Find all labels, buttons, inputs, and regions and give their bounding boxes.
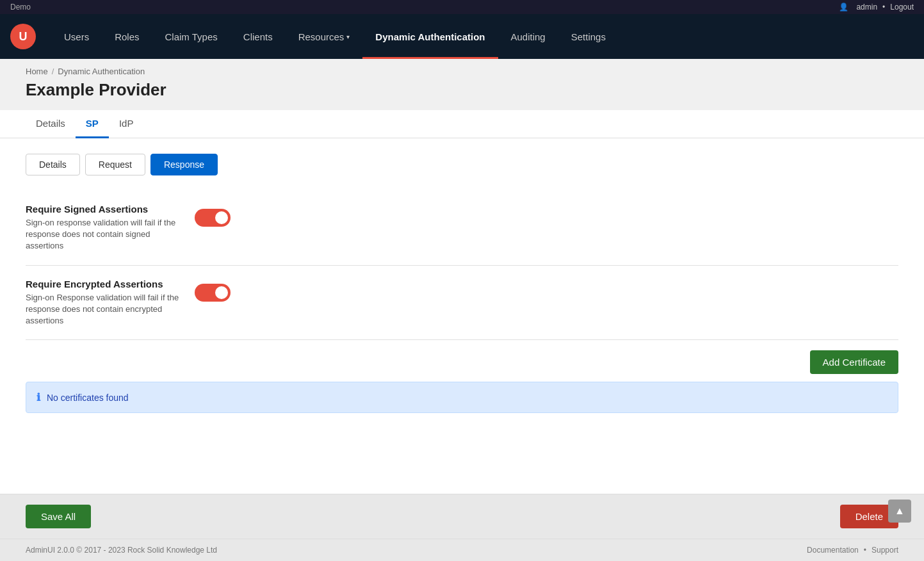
documentation-link[interactable]: Documentation <box>807 546 859 555</box>
breadcrumb-sep: / <box>52 67 54 76</box>
nav-item-dynamic-auth[interactable]: Dynamic Authentication <box>362 14 498 59</box>
add-certificate-button[interactable]: Add Certificate <box>810 350 898 374</box>
admin-icon: 👤 <box>839 3 848 12</box>
breadcrumb-home[interactable]: Home <box>26 67 48 76</box>
navbar: U Users Roles Claim Types Clients Resour… <box>0 14 924 59</box>
top-bar: Demo 👤 admin • Logout <box>0 0 924 14</box>
nav-item-users[interactable]: Users <box>51 14 102 59</box>
inner-tab-response[interactable]: Response <box>150 154 218 175</box>
scroll-top-button[interactable]: ▲ <box>888 500 911 523</box>
breadcrumb-current: Dynamic Authentication <box>58 67 145 76</box>
no-certs-message: No certificates found <box>47 393 129 403</box>
info-icon: ℹ <box>36 391 40 403</box>
page-footer: AdminUI 2.0.0 © 2017 - 2023 Rock Solid K… <box>0 539 924 561</box>
demo-label: Demo <box>10 3 31 12</box>
require-encrypted-row: Require Encrypted Assertions Sign-on Res… <box>26 266 898 341</box>
require-signed-row: Require Signed Assertions Sign-on respon… <box>26 191 898 266</box>
footer-copyright: AdminUI 2.0.0 © 2017 - 2023 Rock Solid K… <box>26 546 217 555</box>
main-content: Details Request Response Require Signed … <box>0 138 924 494</box>
top-bar-right: 👤 admin • Logout <box>839 3 914 12</box>
admin-label: admin <box>856 3 877 12</box>
outer-tabs: Details SP IdP <box>0 110 924 138</box>
no-certs-alert: ℹ No certificates found <box>26 382 898 413</box>
add-cert-row: Add Certificate <box>26 350 898 374</box>
save-all-button[interactable]: Save All <box>26 505 91 528</box>
nav-item-auditing[interactable]: Auditing <box>498 14 558 59</box>
require-signed-title: Require Signed Assertions <box>26 204 179 215</box>
separator: • <box>882 3 885 12</box>
logout-link[interactable]: Logout <box>890 3 914 12</box>
nav-item-claim-types[interactable]: Claim Types <box>152 14 231 59</box>
require-signed-desc: Sign-on response validation will fail if… <box>26 217 179 252</box>
nav-item-settings[interactable]: Settings <box>558 14 619 59</box>
outer-tab-details[interactable]: Details <box>26 110 76 138</box>
resources-dropdown-arrow: ▾ <box>346 33 350 40</box>
require-encrypted-toggle[interactable]: ✕ <box>195 284 231 302</box>
require-encrypted-info: Require Encrypted Assertions Sign-on Res… <box>26 279 179 327</box>
require-signed-toggle-container: ✕ <box>195 209 231 227</box>
require-signed-info: Require Signed Assertions Sign-on respon… <box>26 204 179 252</box>
require-signed-slider <box>195 209 231 227</box>
footer-sep: • <box>864 546 866 555</box>
footer-buttons: Save All Delete <box>0 494 924 539</box>
require-signed-toggle[interactable]: ✕ <box>195 209 231 227</box>
require-encrypted-toggle-container: ✕ <box>195 284 231 302</box>
nav-logo[interactable]: U <box>10 24 36 49</box>
nav-item-clients[interactable]: Clients <box>231 14 286 59</box>
page-title-area: Example Provider <box>0 76 924 100</box>
require-encrypted-desc: Sign-on Response validation will fail if… <box>26 292 179 327</box>
inner-tab-request[interactable]: Request <box>85 154 145 175</box>
cert-section: Add Certificate ℹ No certificates found <box>26 340 898 423</box>
support-link[interactable]: Support <box>871 546 898 555</box>
outer-tab-sp[interactable]: SP <box>76 110 109 138</box>
breadcrumb: Home / Dynamic Authentication <box>26 67 898 76</box>
page-title: Example Provider <box>26 80 898 100</box>
footer-links: Documentation • Support <box>807 546 898 555</box>
inner-tabs: Details Request Response <box>26 154 898 175</box>
outer-tab-idp[interactable]: IdP <box>109 110 144 138</box>
nav-items: Users Roles Claim Types Clients Resource… <box>51 14 914 59</box>
require-encrypted-title: Require Encrypted Assertions <box>26 279 179 289</box>
nav-item-roles[interactable]: Roles <box>102 14 152 59</box>
inner-tab-details[interactable]: Details <box>26 154 80 175</box>
require-encrypted-slider <box>195 284 231 302</box>
breadcrumb-area: Home / Dynamic Authentication <box>0 59 924 76</box>
nav-item-resources[interactable]: Resources ▾ <box>286 14 363 59</box>
